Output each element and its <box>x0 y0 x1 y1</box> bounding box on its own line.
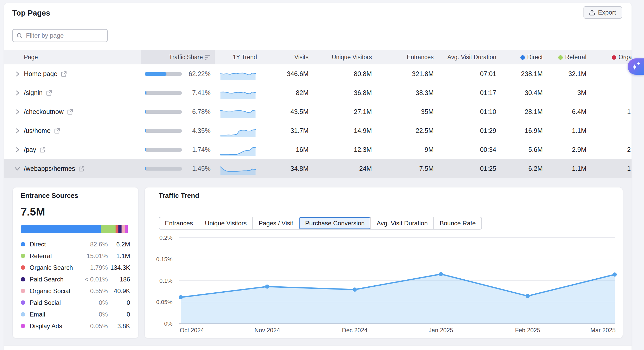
direct-dot <box>21 242 25 246</box>
organic-dot <box>612 55 616 60</box>
organic-social-dot <box>21 289 25 293</box>
svg-text:Feb 2025: Feb 2025 <box>515 327 540 334</box>
chevron-right-icon[interactable] <box>14 127 21 134</box>
column-entrances[interactable]: Entrances <box>382 50 434 64</box>
visits-value: 82M <box>257 83 308 102</box>
export-icon <box>589 9 595 16</box>
unique-visitors-value: 14.9M <box>320 121 372 140</box>
traffic-share-value: 62.22% <box>172 64 211 83</box>
entrances-value: 22.5M <box>382 121 434 140</box>
traffic-share-value: 7.41% <box>172 83 211 102</box>
search-icon <box>16 32 23 39</box>
column-unique-visitors[interactable]: Unique Visitors <box>320 50 372 64</box>
chevron-right-icon[interactable] <box>14 146 21 153</box>
traffic-share-value: 6.78% <box>172 102 211 121</box>
bar-segment-paid-search <box>118 225 122 233</box>
top-pages-card: Top Pages Export Page Traffic Share <box>4 3 632 350</box>
page-link[interactable]: /webapps/hermes <box>24 165 75 172</box>
table-body: Home page 62.22% 346.6M 80.8M 321.8M 07:… <box>4 64 632 178</box>
page-link[interactable]: /signin <box>24 89 43 97</box>
tab-purchase-conversion[interactable]: Purchase Conversion <box>299 217 370 229</box>
display-ads-dot <box>21 324 25 328</box>
column-visits[interactable]: Visits <box>257 50 308 64</box>
traffic-share-value: 1.74% <box>172 140 211 159</box>
unique-visitors-value: 27.1M <box>320 102 372 121</box>
visits-value: 43.5M <box>257 102 308 121</box>
tab-entrances[interactable]: Entrances <box>159 217 199 229</box>
divider <box>13 202 138 202</box>
legend-item-organic-social: Organic Social0.55%40.9K <box>13 285 138 297</box>
page-link[interactable]: /us/home <box>24 127 51 134</box>
page-link[interactable]: /pay <box>24 146 36 153</box>
bar-segment-display-ads <box>125 225 128 233</box>
column-referral[interactable]: Referral <box>534 50 586 64</box>
external-link-icon[interactable] <box>54 127 61 134</box>
svg-text:Dec 2024: Dec 2024 <box>342 327 368 334</box>
legend-item-referral: Referral15.01%1.1M <box>13 250 138 262</box>
entrances-value: 38.3M <box>382 83 434 102</box>
ai-assistant-button[interactable] <box>628 58 644 75</box>
external-link-icon[interactable] <box>39 146 46 153</box>
external-link-icon[interactable] <box>78 165 85 172</box>
table-row-us-home[interactable]: /us/home 4.35% 31.7M 14.9M 22.5M 01:29 1… <box>4 121 632 140</box>
table-row-home-page[interactable]: Home page 62.22% 346.6M 80.8M 321.8M 07:… <box>4 64 632 83</box>
chevron-right-icon[interactable] <box>14 71 21 77</box>
legend-item-organic-search: Organic Search1.79%134.3K <box>13 262 138 273</box>
email-dot <box>21 312 25 317</box>
tab-pages-per-visit[interactable]: Pages / Visit <box>252 217 299 229</box>
card-header: Top Pages Export <box>4 3 632 23</box>
legend-item-paid-search: Paid Search< 0.01%186 <box>13 273 138 285</box>
external-link-icon[interactable] <box>46 90 52 96</box>
column-traffic-share[interactable]: Traffic Share <box>146 50 203 64</box>
top-pages-screen: Top Pages Export Page Traffic Share <box>0 0 644 350</box>
page-link[interactable]: Home page <box>24 70 57 78</box>
referral-value: 1.1M <box>534 121 586 140</box>
unique-visitors-value: 80.8M <box>320 64 372 83</box>
tab-avg-visit-duration[interactable]: Avg. Visit Duration <box>370 217 433 229</box>
svg-text:Mar 2025: Mar 2025 <box>590 327 615 334</box>
avg-visit-duration-value: 01:29 <box>444 121 496 140</box>
trend-sparkline <box>220 106 256 118</box>
entrances-value: 7.5M <box>382 159 434 178</box>
referral-dot <box>558 55 563 60</box>
table-row-checkoutnow[interactable]: /checkoutnow 6.78% 43.5M 27.1M 35M 01:10… <box>4 102 632 121</box>
filter-field[interactable] <box>12 29 108 42</box>
avg-visit-duration-value: 01:10 <box>444 102 496 121</box>
table-row-webapps-hermes-expanded[interactable]: /webapps/hermes 1.45% 34.8M 24M 7.5M 01:… <box>4 159 632 178</box>
sparkles-icon <box>628 58 644 75</box>
organic-value: 1 <box>627 159 632 178</box>
chevron-right-icon[interactable] <box>14 109 21 115</box>
sort-descending-icon[interactable] <box>205 54 211 60</box>
column-avg-visit-duration[interactable]: Avg. Visit Duration <box>444 50 496 64</box>
legend-item-paid-social: Paid Social0%0 <box>13 297 138 308</box>
external-link-icon[interactable] <box>61 71 67 77</box>
traffic-share-value: 1.45% <box>172 159 211 178</box>
export-button[interactable]: Export <box>583 6 622 19</box>
trend-sparkline <box>220 163 256 175</box>
purchase-conversion-chart: 0%0.05%0.1%0.15%0.2%Oct 2024Nov 2024Dec … <box>145 232 623 335</box>
unique-visitors-value: 36.8M <box>320 83 372 102</box>
organic-value <box>627 121 632 140</box>
trend-sparkline <box>220 144 256 156</box>
visits-value: 34.8M <box>257 159 308 178</box>
table-header: Page Traffic Share 1Y Trend Visits Uniqu… <box>4 50 632 64</box>
avg-visit-duration-value: 07:01 <box>444 64 496 83</box>
column-page[interactable]: Page <box>24 50 38 64</box>
trend-sparkline <box>220 87 256 99</box>
legend-item-direct: Direct82.6%6.2M <box>13 238 138 250</box>
referral-value: 6.4M <box>534 102 586 121</box>
filter-input[interactable] <box>25 32 102 39</box>
external-link-icon[interactable] <box>67 109 73 115</box>
chevron-down-icon[interactable] <box>14 165 21 172</box>
entrance-sources-title: Entrance Sources <box>21 192 78 200</box>
traffic-trend-title: Traffic Trend <box>159 192 199 200</box>
avg-visit-duration-value: 01:17 <box>444 83 496 102</box>
export-label: Export <box>598 9 616 16</box>
chevron-right-icon[interactable] <box>14 90 21 96</box>
tab-bounce-rate[interactable]: Bounce Rate <box>433 217 481 229</box>
table-row-pay[interactable]: /pay 1.74% 16M 12.3M 9M 00:34 5.6M 2.9M … <box>4 140 632 159</box>
page-link[interactable]: /checkoutnow <box>24 108 64 116</box>
trend-sparkline <box>220 68 256 80</box>
tab-unique-visitors[interactable]: Unique Visitors <box>199 217 252 229</box>
table-row-signin[interactable]: /signin 7.41% 82M 36.8M 38.3M 01:17 30.4… <box>4 83 632 102</box>
